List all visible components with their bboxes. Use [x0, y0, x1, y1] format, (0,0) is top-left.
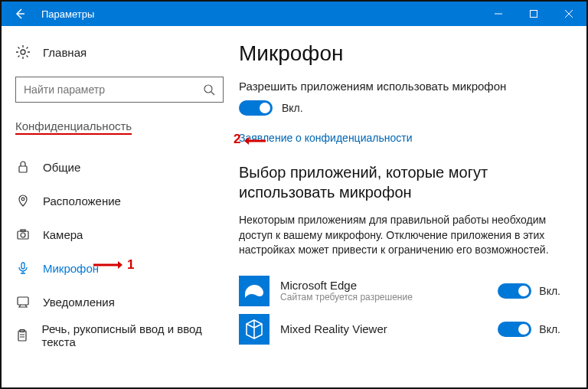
content-area: Главная Конфиденциальность Общие Располо…	[2, 26, 586, 387]
close-button[interactable]	[551, 2, 586, 26]
sidebar-item-microphone[interactable]: Микрофон	[15, 251, 225, 285]
app-toggle-state: Вкл.	[539, 323, 560, 335]
sidebar-item-speech[interactable]: Речь, рукописный ввод и ввод текста	[15, 319, 225, 352]
svg-point-8	[21, 198, 24, 201]
close-icon	[565, 10, 573, 18]
app-toggle-edge[interactable]	[498, 283, 531, 299]
home-link[interactable]: Главная	[15, 37, 225, 67]
sidebar-section-title: Конфиденциальность	[15, 119, 132, 135]
sidebar-item-notifications[interactable]: Уведомления	[15, 285, 225, 319]
app-row-mrv: Mixed Reality Viewer Вкл.	[239, 310, 565, 348]
sidebar-item-label: Общие	[43, 161, 80, 174]
sidebar-item-label: Уведомления	[43, 296, 115, 309]
lock-icon	[15, 159, 31, 175]
clipboard-icon	[15, 328, 30, 343]
sidebar-item-label: Камера	[43, 228, 83, 241]
svg-rect-13	[18, 297, 28, 305]
maximize-icon	[530, 10, 537, 18]
sidebar-item-label: Речь, рукописный ввод и ввод текста	[42, 322, 225, 348]
allow-apps-label: Разрешить приложениям использовать микро…	[239, 80, 565, 93]
home-label: Главная	[43, 46, 87, 59]
sidebar-item-label: Расположение	[43, 194, 121, 208]
back-button[interactable]	[2, 2, 38, 26]
app-name: Microsoft Edge	[280, 279, 487, 292]
svg-point-4	[21, 50, 25, 54]
search-box[interactable]	[15, 77, 224, 103]
notifications-icon	[15, 294, 31, 309]
svg-rect-1	[531, 11, 537, 18]
sidebar-item-location[interactable]: Расположение	[15, 184, 225, 217]
apps-section-desc: Некоторым приложениям для правильной раб…	[239, 213, 565, 258]
location-icon	[15, 193, 31, 208]
page-title: Микрофон	[239, 41, 565, 66]
microphone-icon	[15, 260, 31, 276]
sidebar: Главная Конфиденциальность Общие Располо…	[2, 26, 239, 387]
edge-icon	[239, 276, 270, 306]
svg-rect-11	[21, 230, 25, 231]
maximize-button[interactable]	[516, 2, 551, 26]
app-toggle-group: Вкл.	[498, 283, 560, 299]
main-panel: Микрофон Разрешить приложениям использов…	[239, 26, 586, 387]
app-toggle-state: Вкл.	[539, 285, 560, 297]
gear-icon	[15, 44, 31, 60]
app-row-edge: Microsoft Edge Сайтам требуется разрешен…	[239, 272, 565, 310]
minimize-icon	[495, 10, 502, 18]
sidebar-item-label: Микрофон	[43, 262, 99, 275]
sidebar-item-general[interactable]: Общие	[15, 150, 225, 184]
svg-rect-12	[21, 263, 24, 269]
titlebar: Параметры	[2, 2, 586, 26]
cube-icon	[239, 314, 270, 345]
camera-icon	[15, 227, 31, 242]
app-toggle-group: Вкл.	[498, 322, 560, 337]
window-title: Параметры	[38, 8, 481, 20]
app-info: Microsoft Edge Сайтам требуется разрешен…	[280, 279, 487, 302]
allow-apps-state: Вкл.	[282, 102, 303, 114]
sidebar-item-camera[interactable]: Камера	[15, 217, 225, 251]
svg-rect-7	[19, 166, 27, 172]
minimize-button[interactable]	[481, 2, 516, 26]
app-name: Mixed Reality Viewer	[280, 322, 487, 335]
apps-section-title: Выбор приложений, которые могут использо…	[239, 162, 565, 202]
app-toggle-mrv[interactable]	[498, 322, 531, 337]
search-input[interactable]	[24, 83, 203, 96]
allow-apps-toggle[interactable]	[239, 100, 273, 116]
search-icon	[203, 83, 215, 96]
nav-list: Общие Расположение Камера Микрофон Уведо…	[15, 150, 225, 352]
app-info: Mixed Reality Viewer	[280, 322, 487, 335]
app-sub: Сайтам требуется разрешение	[280, 292, 487, 302]
allow-apps-toggle-row: Вкл.	[239, 100, 565, 116]
privacy-statement-link[interactable]: Заявление о конфиденциальности	[239, 132, 412, 144]
arrow-left-icon	[14, 8, 26, 20]
svg-point-10	[21, 233, 25, 237]
svg-line-6	[211, 92, 214, 95]
svg-point-5	[204, 85, 212, 93]
window-controls	[481, 2, 586, 26]
